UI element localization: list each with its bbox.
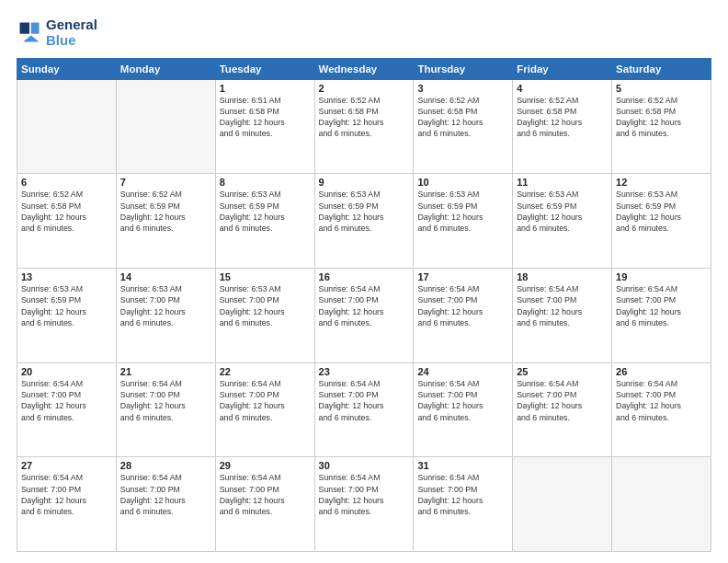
logo-text: General Blue — [46, 17, 97, 49]
day-info: Sunrise: 6:53 AM Sunset: 6:59 PM Dayligh… — [220, 189, 311, 234]
day-info: Sunrise: 6:54 AM Sunset: 7:00 PM Dayligh… — [517, 283, 608, 328]
day-info: Sunrise: 6:54 AM Sunset: 7:00 PM Dayligh… — [616, 283, 707, 328]
calendar-cell: 11Sunrise: 6:53 AM Sunset: 6:59 PM Dayli… — [513, 174, 612, 269]
weekday-header: Monday — [116, 58, 215, 79]
day-info: Sunrise: 6:53 AM Sunset: 6:59 PM Dayligh… — [616, 189, 707, 234]
day-number: 2 — [319, 83, 410, 94]
day-number: 24 — [417, 366, 508, 377]
header: General Blue — [17, 17, 711, 49]
day-info: Sunrise: 6:54 AM Sunset: 7:00 PM Dayligh… — [21, 378, 112, 423]
day-info: Sunrise: 6:53 AM Sunset: 6:59 PM Dayligh… — [21, 283, 112, 328]
day-number: 4 — [517, 83, 608, 94]
day-number: 11 — [517, 177, 608, 188]
day-number: 16 — [319, 271, 410, 282]
day-info: Sunrise: 6:54 AM Sunset: 7:00 PM Dayligh… — [319, 283, 410, 328]
day-info: Sunrise: 6:52 AM Sunset: 6:58 PM Dayligh… — [21, 189, 112, 234]
calendar-cell: 10Sunrise: 6:53 AM Sunset: 6:59 PM Dayli… — [414, 174, 513, 269]
page: General Blue SundayMondayTuesdayWednesda… — [0, 0, 728, 563]
weekday-header: Saturday — [612, 58, 711, 79]
day-number: 18 — [517, 271, 608, 282]
day-number: 14 — [120, 271, 211, 282]
day-info: Sunrise: 6:53 AM Sunset: 6:59 PM Dayligh… — [517, 189, 608, 234]
day-info: Sunrise: 6:54 AM Sunset: 7:00 PM Dayligh… — [21, 472, 112, 517]
calendar-cell: 2Sunrise: 6:52 AM Sunset: 6:58 PM Daylig… — [314, 79, 414, 174]
day-info: Sunrise: 6:54 AM Sunset: 7:00 PM Dayligh… — [120, 378, 211, 423]
calendar-cell: 15Sunrise: 6:53 AM Sunset: 7:00 PM Dayli… — [215, 268, 314, 362]
day-number: 19 — [616, 271, 707, 282]
calendar-cell: 19Sunrise: 6:54 AM Sunset: 7:00 PM Dayli… — [612, 268, 711, 362]
svg-marker-1 — [20, 23, 30, 34]
day-number: 6 — [21, 177, 112, 188]
day-number: 5 — [616, 83, 707, 94]
day-number: 31 — [417, 460, 508, 471]
day-info: Sunrise: 6:51 AM Sunset: 6:58 PM Dayligh… — [220, 95, 311, 140]
calendar-cell — [17, 79, 117, 174]
calendar-cell: 31Sunrise: 6:54 AM Sunset: 7:00 PM Dayli… — [414, 457, 513, 552]
calendar-cell: 4Sunrise: 6:52 AM Sunset: 6:58 PM Daylig… — [513, 79, 612, 174]
day-number: 22 — [220, 366, 311, 377]
day-info: Sunrise: 6:54 AM Sunset: 7:00 PM Dayligh… — [220, 378, 311, 423]
day-info: Sunrise: 6:52 AM Sunset: 6:59 PM Dayligh… — [120, 189, 211, 234]
calendar-cell — [116, 79, 215, 174]
calendar-cell: 30Sunrise: 6:54 AM Sunset: 7:00 PM Dayli… — [314, 457, 414, 552]
day-info: Sunrise: 6:54 AM Sunset: 7:00 PM Dayligh… — [220, 472, 311, 517]
calendar-cell: 1Sunrise: 6:51 AM Sunset: 6:58 PM Daylig… — [215, 79, 314, 174]
calendar-cell: 5Sunrise: 6:52 AM Sunset: 6:58 PM Daylig… — [612, 79, 711, 174]
day-number: 13 — [21, 271, 112, 282]
weekday-header: Tuesday — [215, 58, 314, 79]
day-number: 1 — [220, 83, 311, 94]
calendar-cell: 7Sunrise: 6:52 AM Sunset: 6:59 PM Daylig… — [116, 174, 215, 269]
calendar-cell: 18Sunrise: 6:54 AM Sunset: 7:00 PM Dayli… — [513, 268, 612, 362]
weekday-header: Sunday — [17, 58, 117, 79]
calendar-cell: 12Sunrise: 6:53 AM Sunset: 6:59 PM Dayli… — [612, 174, 711, 269]
day-info: Sunrise: 6:52 AM Sunset: 6:58 PM Dayligh… — [319, 95, 410, 140]
weekday-header: Friday — [513, 58, 612, 79]
calendar-cell: 8Sunrise: 6:53 AM Sunset: 6:59 PM Daylig… — [215, 174, 314, 269]
day-number: 12 — [616, 177, 707, 188]
day-info: Sunrise: 6:53 AM Sunset: 6:59 PM Dayligh… — [319, 189, 410, 234]
day-number: 3 — [417, 83, 508, 94]
day-number: 23 — [319, 366, 410, 377]
day-number: 21 — [120, 366, 211, 377]
calendar-cell: 22Sunrise: 6:54 AM Sunset: 7:00 PM Dayli… — [215, 362, 314, 457]
day-number: 29 — [220, 460, 311, 471]
day-number: 17 — [417, 271, 508, 282]
day-info: Sunrise: 6:52 AM Sunset: 6:58 PM Dayligh… — [517, 95, 608, 140]
calendar-table: SundayMondayTuesdayWednesdayThursdayFrid… — [17, 58, 711, 553]
logo-line1: General — [46, 17, 97, 32]
day-number: 9 — [319, 177, 410, 188]
day-info: Sunrise: 6:53 AM Sunset: 6:59 PM Dayligh… — [417, 189, 508, 234]
day-number: 7 — [120, 177, 211, 188]
day-info: Sunrise: 6:53 AM Sunset: 7:00 PM Dayligh… — [120, 283, 211, 328]
calendar-cell — [612, 457, 711, 552]
logo: General Blue — [17, 17, 97, 49]
calendar-cell: 20Sunrise: 6:54 AM Sunset: 7:00 PM Dayli… — [17, 362, 117, 457]
day-info: Sunrise: 6:54 AM Sunset: 7:00 PM Dayligh… — [120, 472, 211, 517]
day-info: Sunrise: 6:53 AM Sunset: 7:00 PM Dayligh… — [220, 283, 311, 328]
calendar-cell: 14Sunrise: 6:53 AM Sunset: 7:00 PM Dayli… — [116, 268, 215, 362]
day-info: Sunrise: 6:52 AM Sunset: 6:58 PM Dayligh… — [417, 95, 508, 140]
day-number: 25 — [517, 366, 608, 377]
calendar-cell: 9Sunrise: 6:53 AM Sunset: 6:59 PM Daylig… — [314, 174, 414, 269]
calendar-cell: 3Sunrise: 6:52 AM Sunset: 6:58 PM Daylig… — [414, 79, 513, 174]
logo-icon — [17, 19, 42, 45]
day-number: 10 — [417, 177, 508, 188]
calendar-cell: 27Sunrise: 6:54 AM Sunset: 7:00 PM Dayli… — [17, 457, 117, 552]
calendar-cell: 28Sunrise: 6:54 AM Sunset: 7:00 PM Dayli… — [116, 457, 215, 552]
calendar-cell: 13Sunrise: 6:53 AM Sunset: 6:59 PM Dayli… — [17, 268, 117, 362]
calendar-cell: 25Sunrise: 6:54 AM Sunset: 7:00 PM Dayli… — [513, 362, 612, 457]
day-info: Sunrise: 6:54 AM Sunset: 7:00 PM Dayligh… — [319, 472, 410, 517]
day-info: Sunrise: 6:54 AM Sunset: 7:00 PM Dayligh… — [417, 472, 508, 517]
calendar-cell: 23Sunrise: 6:54 AM Sunset: 7:00 PM Dayli… — [314, 362, 414, 457]
day-info: Sunrise: 6:54 AM Sunset: 7:00 PM Dayligh… — [319, 378, 410, 423]
day-info: Sunrise: 6:54 AM Sunset: 7:00 PM Dayligh… — [417, 378, 508, 423]
calendar-cell: 26Sunrise: 6:54 AM Sunset: 7:00 PM Dayli… — [612, 362, 711, 457]
day-number: 28 — [120, 460, 211, 471]
day-info: Sunrise: 6:54 AM Sunset: 7:00 PM Dayligh… — [517, 378, 608, 423]
day-number: 26 — [616, 366, 707, 377]
day-info: Sunrise: 6:54 AM Sunset: 7:00 PM Dayligh… — [616, 378, 707, 423]
calendar-cell: 16Sunrise: 6:54 AM Sunset: 7:00 PM Dayli… — [314, 268, 414, 362]
day-number: 30 — [319, 460, 410, 471]
svg-marker-2 — [23, 36, 40, 42]
day-number: 20 — [21, 366, 112, 377]
